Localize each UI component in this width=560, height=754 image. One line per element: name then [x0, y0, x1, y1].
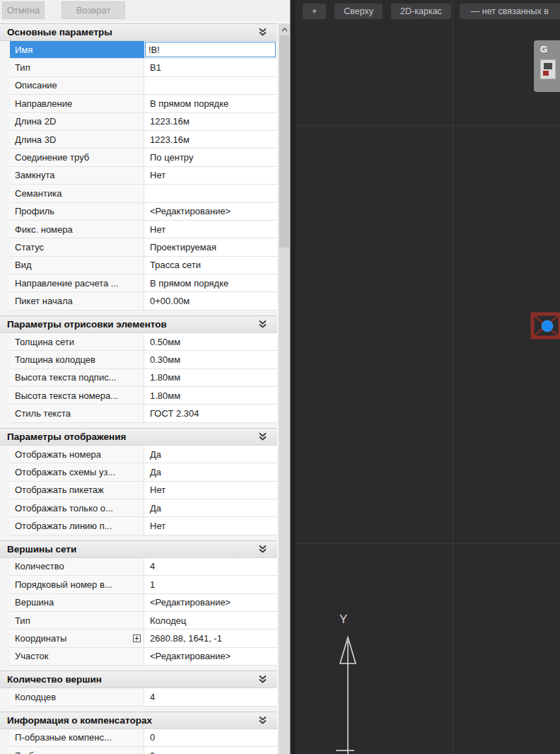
- property-value[interactable]: В прямом порядке: [144, 95, 277, 112]
- visual-style-button[interactable]: 2D-каркас: [391, 4, 451, 19]
- property-value[interactable]: 1.80мм: [144, 387, 277, 404]
- tool-icon[interactable]: [540, 59, 556, 79]
- property-value[interactable]: Нет: [144, 517, 277, 534]
- property-value[interactable]: <Редактирование>: [144, 594, 277, 611]
- property-value[interactable]: Нет: [144, 221, 277, 238]
- property-row[interactable]: Семантика: [10, 185, 277, 202]
- property-value[interactable]: <Редактирование>: [144, 203, 277, 220]
- property-value[interactable]: Проектируемая: [144, 238, 277, 255]
- property-value[interactable]: [144, 77, 277, 94]
- property-row[interactable]: Z-образные компенс...0: [10, 747, 277, 754]
- property-value[interactable]: 1.80мм: [144, 369, 277, 386]
- collapse-chevron-icon[interactable]: [258, 716, 267, 725]
- property-row[interactable]: Отображать только о...Да: [10, 499, 277, 517]
- property-row[interactable]: П-образные компенс...0: [10, 729, 277, 747]
- linked-views-button[interactable]: — нет связанных в: [460, 4, 560, 19]
- property-value[interactable]: 4: [144, 688, 277, 705]
- property-value[interactable]: 1: [144, 576, 277, 593]
- property-row[interactable]: Колодцев4: [10, 688, 277, 706]
- viewport-menu-button[interactable]: +: [303, 4, 326, 19]
- property-value[interactable]: Да: [144, 446, 277, 463]
- property-value-input[interactable]: [145, 42, 276, 57]
- cancel-button[interactable]: Отмена: [2, 1, 45, 19]
- property-row[interactable]: ТипB1: [10, 59, 277, 76]
- property-value[interactable]: Да: [144, 499, 277, 516]
- property-value[interactable]: <Редактирование>: [144, 648, 277, 665]
- property-value[interactable]: 2680.88, 1641, -1: [144, 630, 277, 646]
- property-value[interactable]: По центру: [144, 149, 277, 166]
- property-row[interactable]: Высота текста подпис...1.80мм: [10, 369, 277, 387]
- property-value[interactable]: Нет: [144, 482, 277, 499]
- property-value[interactable]: B1: [144, 59, 277, 76]
- section-header[interactable]: Параметры отрисовки элементов: [0, 315, 277, 333]
- property-label: Толщина колодцев: [15, 354, 95, 365]
- property-value[interactable]: [144, 41, 277, 58]
- collapse-chevron-icon[interactable]: [258, 28, 267, 37]
- property-row[interactable]: ЗамкнутаНет: [10, 167, 277, 185]
- property-row[interactable]: Толщина колодцев0.30мм: [10, 351, 277, 369]
- section-header[interactable]: Вершины сети: [0, 540, 277, 558]
- expand-plus-icon[interactable]: [133, 634, 141, 642]
- view-direction-button[interactable]: Сверху: [334, 4, 383, 19]
- property-row[interactable]: Направление расчета ...В прямом порядке: [10, 274, 277, 292]
- property-row[interactable]: Длина 3D1223.16м: [10, 131, 277, 149]
- collapse-chevron-icon[interactable]: [258, 675, 267, 684]
- property-row[interactable]: Количество4: [10, 558, 277, 576]
- property-label: Отображать линию п...: [15, 521, 112, 531]
- property-row[interactable]: Имя: [10, 41, 277, 59]
- property-value[interactable]: [144, 185, 277, 202]
- drawing-canvas[interactable]: + Сверху 2D-каркас — нет связанных в G Y: [296, 0, 560, 754]
- property-row[interactable]: Длина 2D1223.16м: [10, 113, 277, 131]
- property-label: Колодцев: [15, 692, 56, 702]
- property-value[interactable]: Трасса сети: [144, 257, 277, 274]
- scrollbar-thumb[interactable]: [279, 35, 289, 248]
- property-row[interactable]: Координаты2680.88, 1641, -1: [10, 630, 277, 647]
- property-value[interactable]: 1223.16м: [144, 131, 277, 148]
- section-header[interactable]: Количество вершин: [0, 671, 277, 688]
- property-row[interactable]: Высота текста номера...1.80мм: [10, 387, 277, 405]
- collapse-chevron-icon[interactable]: [258, 320, 267, 329]
- property-row[interactable]: СтатусПроектируемая: [10, 238, 277, 256]
- property-row[interactable]: Пикет начала0+00.00м: [10, 292, 277, 310]
- floating-tool-panel[interactable]: G: [534, 40, 560, 92]
- property-row[interactable]: ТипКолодец: [10, 612, 277, 630]
- property-value[interactable]: Колодец: [144, 612, 277, 629]
- property-row[interactable]: Отображать пикетажНет: [10, 482, 277, 499]
- property-row[interactable]: Отображать схемы уз...Да: [10, 463, 277, 481]
- scroll-up-icon[interactable]: [279, 23, 290, 35]
- section-title: Основные параметры: [7, 27, 112, 37]
- panel-scrollbar[interactable]: [279, 23, 290, 754]
- property-row[interactable]: Профиль<Редактирование>: [10, 203, 277, 221]
- property-row[interactable]: Толщина сети0.50мм: [10, 333, 277, 351]
- property-row[interactable]: ВидТрасса сети: [10, 257, 277, 274]
- property-row[interactable]: Отображать номераДа: [10, 446, 277, 463]
- section-header[interactable]: Информация о компенсаторах: [0, 712, 277, 729]
- property-value[interactable]: 0+00.00м: [144, 292, 277, 309]
- property-value[interactable]: Нет: [144, 167, 277, 184]
- property-row[interactable]: Стиль текстаГОСТ 2.304: [10, 405, 277, 422]
- section-header[interactable]: Параметры отображения: [0, 428, 277, 446]
- property-value[interactable]: Да: [144, 463, 277, 480]
- selected-well-node-icon[interactable]: [530, 312, 560, 340]
- property-value[interactable]: 0.30мм: [144, 351, 277, 368]
- property-value[interactable]: 4: [144, 558, 277, 575]
- app-window: Отмена Возврат Основные параметрыИмяТипB…: [0, 0, 560, 754]
- property-row[interactable]: Порядковый номер в...1: [10, 576, 277, 593]
- property-row[interactable]: Фикс. номераНет: [10, 221, 277, 238]
- collapse-chevron-icon[interactable]: [258, 545, 267, 554]
- property-value[interactable]: 1223.16м: [144, 113, 277, 130]
- property-value[interactable]: 0: [144, 747, 277, 754]
- property-row[interactable]: Описание: [10, 77, 277, 95]
- property-row[interactable]: Участок<Редактирование>: [10, 648, 277, 666]
- property-row[interactable]: Соединение трубПо центру: [10, 149, 277, 166]
- property-value[interactable]: 0: [144, 729, 277, 746]
- collapse-chevron-icon[interactable]: [258, 432, 267, 441]
- property-value[interactable]: 0.50мм: [144, 333, 277, 350]
- property-row[interactable]: Отображать линию п...Нет: [10, 517, 277, 535]
- property-row[interactable]: Вершина<Редактирование>: [10, 594, 277, 612]
- section-header[interactable]: Основные параметры: [0, 23, 277, 41]
- property-value[interactable]: В прямом порядке: [144, 274, 277, 291]
- property-row[interactable]: НаправлениеВ прямом порядке: [10, 95, 277, 112]
- redo-button[interactable]: Возврат: [62, 1, 125, 19]
- property-value[interactable]: ГОСТ 2.304: [144, 405, 277, 422]
